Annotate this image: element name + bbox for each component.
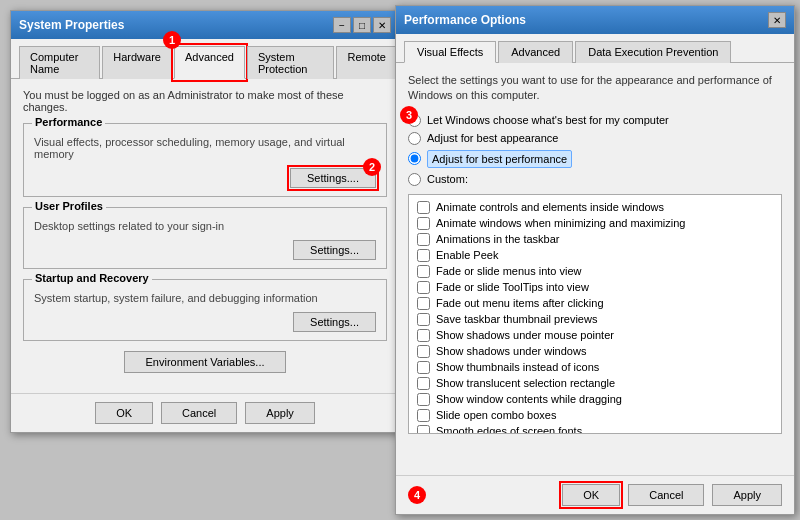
maximize-button[interactable]: □ <box>353 17 371 33</box>
badge-1: 1 <box>163 31 181 49</box>
cb-window-contents-label: Show window contents while dragging <box>436 393 622 405</box>
perf-ok-button[interactable]: OK <box>562 484 620 506</box>
cb-fade-tooltips-label: Fade or slide ToolTips into view <box>436 281 589 293</box>
tab-advanced[interactable]: Advanced <box>174 46 245 79</box>
system-tab-bar: Computer Name Hardware Advanced System P… <box>11 39 399 79</box>
cb-translucent[interactable]: Show translucent selection rectangle <box>417 377 773 390</box>
performance-label: Performance <box>32 116 105 128</box>
cb-fade-menus-input[interactable] <box>417 265 430 278</box>
cb-translucent-input[interactable] <box>417 377 430 390</box>
cb-animate-controls[interactable]: Animate controls and elements inside win… <box>417 201 773 214</box>
radio-best-appearance[interactable]: Adjust for best appearance <box>408 132 782 145</box>
tab-computer-name[interactable]: Computer Name <box>19 46 100 79</box>
cb-save-taskbar-label: Save taskbar thumbnail previews <box>436 313 597 325</box>
radio-best-performance-label: Adjust for best performance <box>427 150 572 168</box>
perf-tab-visual-effects[interactable]: Visual Effects <box>404 41 496 63</box>
tab-hardware[interactable]: Hardware <box>102 46 172 79</box>
cb-shadows-windows-input[interactable] <box>417 345 430 358</box>
perf-tab-bar: Visual Effects Advanced Data Execution P… <box>396 34 794 63</box>
perf-tab-dep[interactable]: Data Execution Prevention <box>575 41 731 63</box>
system-dialog-body: You must be logged on as an Administrato… <box>11 79 399 393</box>
cb-fade-tooltips-input[interactable] <box>417 281 430 294</box>
system-apply-button[interactable]: Apply <box>245 402 315 424</box>
cb-window-contents-input[interactable] <box>417 393 430 406</box>
radio-let-windows[interactable]: Let Windows choose what's best for my co… <box>408 114 782 127</box>
cb-shadows-windows-label: Show shadows under windows <box>436 345 586 357</box>
cb-thumbnails-label: Show thumbnails instead of icons <box>436 361 599 373</box>
cb-enable-peek-input[interactable] <box>417 249 430 262</box>
performance-options-dialog: Performance Options ✕ Visual Effects Adv… <box>395 5 795 515</box>
startup-label: Startup and Recovery <box>32 272 152 284</box>
admin-note: You must be logged on as an Administrato… <box>23 89 387 113</box>
performance-desc: Visual effects, processor scheduling, me… <box>34 136 376 160</box>
cb-translucent-label: Show translucent selection rectangle <box>436 377 615 389</box>
environment-variables-button[interactable]: Environment Variables... <box>124 351 285 373</box>
startup-group: Startup and Recovery System startup, sys… <box>23 279 387 341</box>
perf-title-bar: Performance Options ✕ <box>396 6 794 34</box>
perf-description: Select the settings you want to use for … <box>408 73 782 104</box>
perf-close-button[interactable]: ✕ <box>768 12 786 28</box>
system-dialog-footer: OK Cancel Apply <box>11 393 399 432</box>
cb-animations-taskbar-input[interactable] <box>417 233 430 246</box>
cb-slide-combo-input[interactable] <box>417 409 430 422</box>
perf-tab-advanced[interactable]: Advanced <box>498 41 573 63</box>
perf-cancel-button[interactable]: Cancel <box>628 484 704 506</box>
cb-animate-windows[interactable]: Animate windows when minimizing and maxi… <box>417 217 773 230</box>
cb-animate-controls-input[interactable] <box>417 201 430 214</box>
minimize-button[interactable]: − <box>333 17 351 33</box>
system-cancel-button[interactable]: Cancel <box>161 402 237 424</box>
startup-settings-button[interactable]: Settings... <box>293 312 376 332</box>
user-profiles-settings-button[interactable]: Settings... <box>293 240 376 260</box>
perf-dialog-body: Select the settings you want to use for … <box>396 63 794 491</box>
cb-fade-menu-items-input[interactable] <box>417 297 430 310</box>
cb-fade-menus[interactable]: Fade or slide menus into view <box>417 265 773 278</box>
cb-animations-taskbar-label: Animations in the taskbar <box>436 233 560 245</box>
cb-shadows-mouse-input[interactable] <box>417 329 430 342</box>
radio-custom-input[interactable] <box>408 173 421 186</box>
cb-smooth-fonts-input[interactable] <box>417 425 430 434</box>
cb-animations-taskbar[interactable]: Animations in the taskbar <box>417 233 773 246</box>
cb-thumbnails-input[interactable] <box>417 361 430 374</box>
radio-best-performance-input[interactable] <box>408 152 421 165</box>
system-title-bar: System Properties − □ ✕ <box>11 11 399 39</box>
badge-4: 4 <box>408 486 426 504</box>
cb-smooth-fonts-label: Smooth edges of screen fonts <box>436 425 582 434</box>
user-profiles-label: User Profiles <box>32 200 106 212</box>
close-button[interactable]: ✕ <box>373 17 391 33</box>
cb-smooth-fonts[interactable]: Smooth edges of screen fonts <box>417 425 773 434</box>
badge-2: 2 <box>363 158 381 176</box>
cb-fade-menus-label: Fade or slide menus into view <box>436 265 582 277</box>
radio-best-appearance-input[interactable] <box>408 132 421 145</box>
system-ok-button[interactable]: OK <box>95 402 153 424</box>
user-profiles-desc: Desktop settings related to your sign-in <box>34 220 376 232</box>
tab-remote[interactable]: Remote <box>336 46 397 79</box>
cb-fade-menu-items-label: Fade out menu items after clicking <box>436 297 604 309</box>
cb-shadows-mouse[interactable]: Show shadows under mouse pointer <box>417 329 773 342</box>
tab-system-protection[interactable]: System Protection <box>247 46 335 79</box>
perf-dialog-footer: 4 OK Cancel Apply <box>396 475 794 514</box>
cb-enable-peek-label: Enable Peek <box>436 249 498 261</box>
cb-fade-tooltips[interactable]: Fade or slide ToolTips into view <box>417 281 773 294</box>
startup-desc: System startup, system failure, and debu… <box>34 292 376 304</box>
radio-let-windows-label: Let Windows choose what's best for my co… <box>427 114 669 126</box>
checkbox-list: Animate controls and elements inside win… <box>408 194 782 434</box>
cb-enable-peek[interactable]: Enable Peek <box>417 249 773 262</box>
cb-animate-windows-input[interactable] <box>417 217 430 230</box>
cb-slide-combo[interactable]: Slide open combo boxes <box>417 409 773 422</box>
cb-save-taskbar[interactable]: Save taskbar thumbnail previews <box>417 313 773 326</box>
cb-thumbnails[interactable]: Show thumbnails instead of icons <box>417 361 773 374</box>
radio-best-performance[interactable]: Adjust for best performance <box>408 150 782 168</box>
perf-title: Performance Options <box>404 13 526 27</box>
cb-shadows-mouse-label: Show shadows under mouse pointer <box>436 329 614 341</box>
cb-window-contents[interactable]: Show window contents while dragging <box>417 393 773 406</box>
radio-best-appearance-label: Adjust for best appearance <box>427 132 558 144</box>
title-bar-buttons: − □ ✕ <box>333 17 391 33</box>
radio-group: 3 Let Windows choose what's best for my … <box>408 114 782 186</box>
cb-fade-menu-items[interactable]: Fade out menu items after clicking <box>417 297 773 310</box>
perf-apply-button[interactable]: Apply <box>712 484 782 506</box>
cb-save-taskbar-input[interactable] <box>417 313 430 326</box>
cb-shadows-windows[interactable]: Show shadows under windows <box>417 345 773 358</box>
cb-animate-controls-label: Animate controls and elements inside win… <box>436 201 664 213</box>
badge-3: 3 <box>400 106 418 124</box>
radio-custom[interactable]: Custom: <box>408 173 782 186</box>
